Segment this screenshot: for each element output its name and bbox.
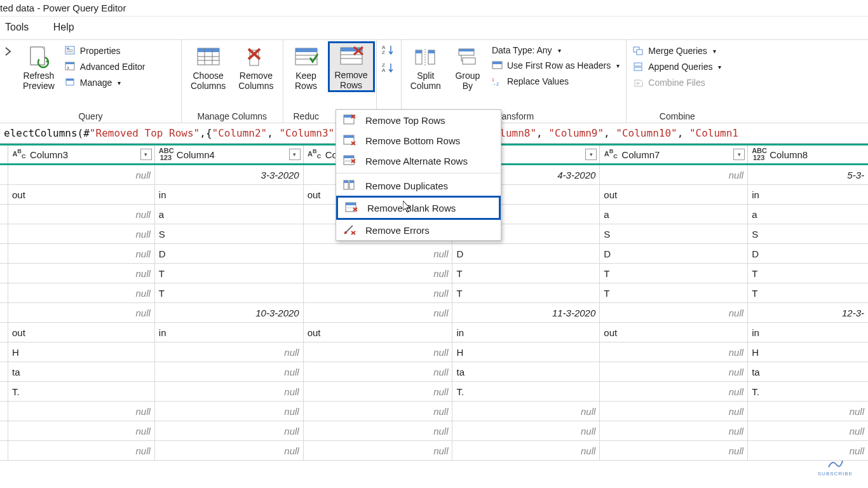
cell[interactable]: in bbox=[748, 323, 868, 342]
cell[interactable]: S bbox=[748, 224, 868, 243]
table-row[interactable]: nullnullnullnullnullnull bbox=[0, 441, 868, 461]
cell[interactable]: T bbox=[600, 264, 748, 283]
cell[interactable]: a bbox=[748, 205, 868, 224]
cell[interactable]: 3-3-2020 bbox=[155, 165, 304, 184]
cell[interactable]: T. bbox=[452, 382, 600, 401]
cell[interactable]: null bbox=[304, 283, 453, 302]
col-header-column7[interactable]: ABC Column7 ▾ bbox=[600, 146, 748, 163]
cell[interactable]: null bbox=[600, 402, 748, 421]
cell[interactable]: 5-3- bbox=[748, 165, 868, 184]
keep-rows-button[interactable]: Keep Rows bbox=[287, 43, 325, 91]
cell[interactable]: a bbox=[600, 205, 748, 224]
cell[interactable]: T bbox=[452, 283, 600, 302]
cell[interactable]: T bbox=[155, 264, 304, 283]
cell[interactable]: D bbox=[600, 244, 748, 263]
combine-files-button[interactable]: Combine Files bbox=[633, 76, 721, 90]
cell[interactable]: ta bbox=[748, 362, 868, 381]
filter-dropdown[interactable]: ▾ bbox=[140, 149, 152, 160]
cell[interactable] bbox=[0, 421, 8, 440]
cell[interactable]: D bbox=[748, 244, 868, 263]
cell[interactable] bbox=[0, 342, 8, 362]
manage-button[interactable]: Manage▾ bbox=[65, 76, 146, 90]
cell[interactable]: 10-3-2020 bbox=[155, 303, 304, 322]
table-row[interactable]: tanullnulltanullta bbox=[0, 362, 868, 382]
filter-dropdown[interactable]: ▾ bbox=[733, 149, 745, 160]
cell[interactable]: D bbox=[155, 244, 304, 263]
filter-dropdown[interactable]: ▾ bbox=[585, 149, 597, 160]
cell[interactable]: null bbox=[304, 264, 453, 283]
col-header-column4[interactable]: ABC123 Column4 ▾ bbox=[155, 146, 304, 163]
remove-bottom-rows-item[interactable]: Remove Bottom Rows bbox=[336, 130, 501, 151]
remove-alternate-rows-item[interactable]: Remove Alternate Rows bbox=[336, 151, 501, 171]
table-row[interactable]: HnullnullHnullH bbox=[0, 342, 868, 362]
cell[interactable]: H bbox=[748, 342, 868, 362]
cell[interactable]: null bbox=[600, 441, 748, 460]
filter-dropdown[interactable]: ▾ bbox=[289, 149, 301, 160]
merge-queries-button[interactable]: Merge Queries▾ bbox=[633, 44, 721, 58]
table-row[interactable]: null10-3-2020null11-3-2020null12-3- bbox=[0, 303, 868, 323]
cell[interactable]: null bbox=[304, 303, 453, 322]
cell[interactable] bbox=[0, 185, 8, 204]
split-column-button[interactable]: Split Column bbox=[405, 43, 446, 91]
cell[interactable]: null bbox=[304, 421, 453, 440]
cell[interactable]: S bbox=[155, 224, 304, 243]
sort-desc-button[interactable]: ZA bbox=[382, 62, 396, 76]
cell[interactable]: null bbox=[155, 382, 304, 401]
cell[interactable]: null bbox=[304, 362, 453, 381]
sort-asc-button[interactable]: AZ bbox=[382, 44, 396, 58]
cell[interactable]: ta bbox=[452, 362, 600, 381]
table-row[interactable]: nullTnullTTT bbox=[0, 283, 868, 303]
cell[interactable]: null bbox=[600, 362, 748, 381]
cell[interactable]: null bbox=[8, 264, 155, 283]
cell[interactable]: null bbox=[748, 402, 868, 421]
cell[interactable]: null bbox=[304, 402, 453, 421]
cell[interactable]: T. bbox=[8, 382, 155, 401]
cell[interactable] bbox=[0, 165, 8, 184]
cell[interactable]: null bbox=[8, 165, 155, 184]
cell[interactable]: null bbox=[600, 382, 748, 401]
cell[interactable]: null bbox=[155, 421, 304, 440]
cell[interactable]: null bbox=[155, 402, 304, 421]
cell[interactable]: D bbox=[452, 244, 600, 263]
cell[interactable]: ta bbox=[8, 362, 155, 381]
cell[interactable]: T bbox=[452, 264, 600, 283]
cell[interactable]: null bbox=[452, 441, 600, 460]
cell[interactable]: null bbox=[8, 441, 155, 460]
cell[interactable]: in bbox=[155, 323, 304, 342]
cell[interactable]: null bbox=[304, 441, 453, 460]
cell[interactable]: H bbox=[452, 342, 600, 362]
cell[interactable]: a bbox=[155, 205, 304, 224]
advanced-editor-button[interactable]: Advanced Editor bbox=[65, 60, 146, 74]
menu-tools[interactable]: Tools bbox=[5, 22, 29, 32]
cell[interactable]: T bbox=[600, 283, 748, 302]
choose-columns-button[interactable]: Choose Columns bbox=[186, 43, 231, 91]
cell[interactable] bbox=[0, 224, 8, 243]
cell[interactable]: null bbox=[8, 303, 155, 322]
append-queries-button[interactable]: Append Queries▾ bbox=[633, 60, 721, 74]
table-row[interactable]: nullnullnullnullnullnull bbox=[0, 402, 868, 421]
table-row[interactable]: outinoutinoutin bbox=[0, 323, 868, 342]
data-type-button[interactable]: Data Type: Any▾ bbox=[492, 44, 620, 57]
cell[interactable] bbox=[0, 264, 8, 283]
cell[interactable]: null bbox=[600, 342, 748, 362]
cell[interactable]: in bbox=[748, 185, 868, 204]
cell[interactable]: null bbox=[452, 402, 600, 421]
remove-blank-rows-item[interactable]: Remove Blank Rows bbox=[336, 196, 501, 220]
cell[interactable] bbox=[0, 323, 8, 342]
cell[interactable]: null bbox=[600, 303, 748, 322]
cell[interactable] bbox=[0, 402, 8, 421]
cell[interactable]: T bbox=[748, 264, 868, 283]
remove-columns-button[interactable]: Remove Columns bbox=[233, 43, 278, 91]
cell[interactable] bbox=[0, 283, 8, 302]
cell[interactable]: out bbox=[600, 185, 748, 204]
cell[interactable]: out bbox=[304, 323, 453, 342]
group-by-button[interactable]: Group By bbox=[449, 43, 487, 91]
menu-help[interactable]: Help bbox=[53, 22, 74, 32]
remove-duplicates-item[interactable]: Remove Duplicates bbox=[336, 175, 501, 196]
cell[interactable] bbox=[0, 303, 8, 322]
cell[interactable]: null bbox=[8, 421, 155, 440]
cell[interactable]: null bbox=[8, 244, 155, 263]
cell[interactable]: 12-3- bbox=[748, 303, 868, 322]
cell[interactable]: null bbox=[155, 441, 304, 460]
refresh-preview-button[interactable]: Refresh Preview bbox=[18, 43, 60, 91]
